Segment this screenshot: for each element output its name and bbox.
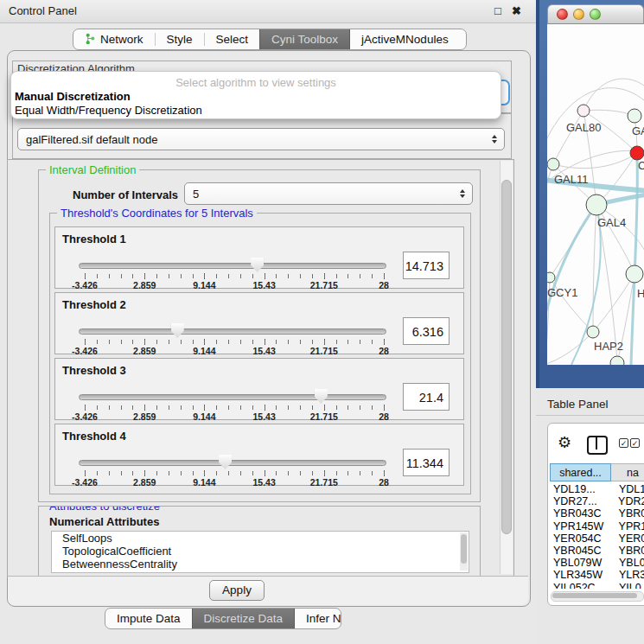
tab-jactivemnodules[interactable]: jActiveMNodules bbox=[350, 29, 460, 49]
network-node[interactable] bbox=[577, 105, 590, 117]
table-data-combobox[interactable]: galFiltered.sif default node bbox=[17, 128, 505, 150]
slider-track[interactable] bbox=[79, 263, 386, 269]
numerical-attributes-list[interactable]: SelfLoopsTopologicalCoefficientBetweenne… bbox=[51, 531, 469, 573]
horizontal-scrollbar-thumb[interactable] bbox=[552, 593, 637, 598]
table-rows[interactable]: YDL19...YDL1YDR27...YDR2YBR043CYBR0YPR14… bbox=[550, 483, 644, 589]
minor-ticks bbox=[85, 471, 385, 475]
threshold-value-field[interactable]: 11.344 bbox=[403, 449, 450, 476]
slider-thumb[interactable] bbox=[171, 323, 184, 338]
network-node[interactable] bbox=[586, 194, 607, 215]
slider-track[interactable] bbox=[79, 460, 386, 466]
table-row[interactable]: YBL079WYBL0 bbox=[550, 557, 644, 569]
minor-ticks bbox=[85, 405, 385, 410]
list-item[interactable]: TopologicalCoefficient bbox=[52, 545, 469, 558]
network-canvas[interactable]: GAL80GACGAL11GAL4GCY1HHAP2 bbox=[547, 24, 644, 365]
network-node[interactable] bbox=[626, 265, 643, 283]
cell-shared-name: YBR043C bbox=[550, 507, 615, 520]
network-node[interactable] bbox=[610, 356, 624, 365]
slider-track[interactable] bbox=[79, 328, 386, 335]
number-of-intervals-combobox[interactable]: 5 bbox=[184, 182, 473, 205]
tick-label: -3.426 bbox=[59, 280, 111, 290]
network-edge bbox=[583, 79, 644, 111]
float-window-icon[interactable]: □ bbox=[494, 4, 501, 17]
checkbox-icon[interactable]: ✓ bbox=[630, 438, 640, 448]
tab-network[interactable]: Network bbox=[73, 29, 155, 49]
horizontal-scrollbar[interactable] bbox=[551, 591, 644, 602]
column-header-shared-name[interactable]: shared... bbox=[550, 463, 611, 481]
table-row[interactable]: YIL052CYIL0 bbox=[550, 582, 644, 590]
threshold-value-field[interactable]: 14.713 bbox=[403, 252, 450, 279]
node-label: GA bbox=[632, 124, 644, 137]
table-row[interactable]: YBR045CYBR0 bbox=[550, 545, 644, 557]
table-row[interactable]: YER054CYER0 bbox=[550, 532, 644, 545]
vertical-scrollbar-thumb[interactable] bbox=[501, 180, 512, 534]
gear-icon[interactable]: ⚙ bbox=[558, 433, 571, 452]
bottom-tab-bar: Impute DataDiscretize DataInfer Network bbox=[105, 608, 341, 629]
slider-thumb[interactable] bbox=[219, 455, 232, 469]
algorithm-dropdown-popup: Select algorithm to view settings Manual… bbox=[10, 71, 501, 119]
threshold-label: Threshold 4 bbox=[62, 430, 126, 443]
table-panel-title: Table Panel bbox=[547, 398, 609, 411]
tick-label: 15.43 bbox=[239, 411, 290, 422]
network-node[interactable] bbox=[547, 272, 555, 283]
tick-label: 9.144 bbox=[178, 280, 230, 290]
list-scrollbar[interactable] bbox=[460, 532, 468, 571]
threshold-row: Threshold 3-3.4262.8599.14415.4321.71528… bbox=[54, 358, 464, 420]
algorithm-section-title: Discretization Algorithm bbox=[17, 62, 190, 71]
threshold-slider[interactable]: -3.4262.8599.14415.4321.71528 bbox=[79, 388, 386, 419]
network-graph[interactable]: GAL80GACGAL11GAL4GCY1HHAP2 bbox=[547, 24, 644, 365]
mac-zoom-button[interactable] bbox=[590, 9, 601, 20]
close-icon[interactable]: ✖ bbox=[512, 4, 521, 17]
threshold-rows: Threshold 1-3.4262.8599.14415.4321.71528… bbox=[54, 226, 464, 486]
threshold-label: Threshold 1 bbox=[62, 233, 126, 245]
columns-icon[interactable] bbox=[587, 436, 608, 455]
dropdown-option-equal-width[interactable]: Equal Width/Frequency Discretization bbox=[15, 104, 202, 117]
network-node[interactable] bbox=[628, 109, 641, 123]
network-edge bbox=[553, 153, 637, 169]
threshold-slider[interactable]: -3.4262.8599.14415.4321.71528 bbox=[79, 257, 386, 288]
threshold-value-field[interactable]: 6.316 bbox=[403, 317, 450, 345]
numerical-attributes-label: Numerical Attributes bbox=[49, 515, 159, 528]
mac-minimize-button[interactable] bbox=[573, 9, 584, 20]
dropdown-option-manual[interactable]: Manual Discretization bbox=[15, 90, 131, 103]
list-item[interactable]: BetweennessCentrality bbox=[52, 558, 469, 571]
tab-cyni-toolbox[interactable]: Cyni Toolbox bbox=[259, 29, 350, 49]
network-node[interactable] bbox=[547, 158, 559, 170]
threshold-value-field[interactable]: 21.4 bbox=[403, 383, 450, 411]
table-row[interactable]: YBR043CYBR0 bbox=[550, 507, 644, 520]
attributes-box: Attributes to discretize Numerical Attri… bbox=[38, 506, 481, 577]
network-node[interactable] bbox=[630, 146, 644, 160]
apply-button[interactable]: Apply bbox=[209, 580, 265, 601]
column-header-name[interactable]: na bbox=[611, 463, 644, 481]
threshold-slider[interactable]: -3.4262.8599.14415.4321.71528 bbox=[79, 454, 386, 485]
table-row[interactable]: YDL19...YDL1 bbox=[550, 483, 644, 495]
tab-style[interactable]: Style bbox=[156, 29, 204, 49]
list-item[interactable]: SelfLoops bbox=[52, 532, 469, 545]
tab-impute-data[interactable]: Impute Data bbox=[105, 609, 192, 628]
table-row[interactable]: YDR27...YDR2 bbox=[550, 495, 644, 507]
network-window-titlebar[interactable] bbox=[547, 4, 644, 24]
cell-name: YDL1 bbox=[615, 483, 644, 495]
slider-thumb[interactable] bbox=[251, 258, 264, 272]
table-row[interactable]: YLR345WYLR3 bbox=[550, 569, 644, 581]
tab-select[interactable]: Select bbox=[205, 29, 260, 49]
network-node[interactable] bbox=[587, 326, 599, 338]
threshold-row: Threshold 4-3.4262.8599.14415.4321.71528… bbox=[54, 424, 464, 486]
tick-label: 2.859 bbox=[118, 346, 170, 356]
cell-shared-name: YER054C bbox=[550, 532, 615, 545]
threshold-label: Threshold 2 bbox=[62, 298, 126, 311]
tab-infer-network[interactable]: Infer Network bbox=[295, 609, 341, 628]
tab-discretize-data[interactable]: Discretize Data bbox=[192, 609, 296, 628]
checkbox-icons[interactable]: ✓ ✓ bbox=[619, 438, 640, 448]
tick-label: 2.859 bbox=[118, 280, 170, 290]
slider-track[interactable] bbox=[79, 394, 386, 400]
cell-shared-name: YDL19... bbox=[550, 483, 615, 495]
checkbox-icon[interactable]: ✓ bbox=[619, 438, 628, 448]
slider-thumb[interactable] bbox=[315, 389, 328, 404]
network-edge bbox=[553, 111, 583, 164]
list-scrollbar-thumb[interactable] bbox=[461, 534, 467, 564]
threshold-slider[interactable]: -3.4262.8599.14415.4321.71528 bbox=[79, 322, 386, 354]
mac-close-button[interactable] bbox=[557, 9, 568, 20]
apply-strip bbox=[8, 576, 528, 605]
table-row[interactable]: YPR145WYPR1 bbox=[550, 520, 644, 532]
